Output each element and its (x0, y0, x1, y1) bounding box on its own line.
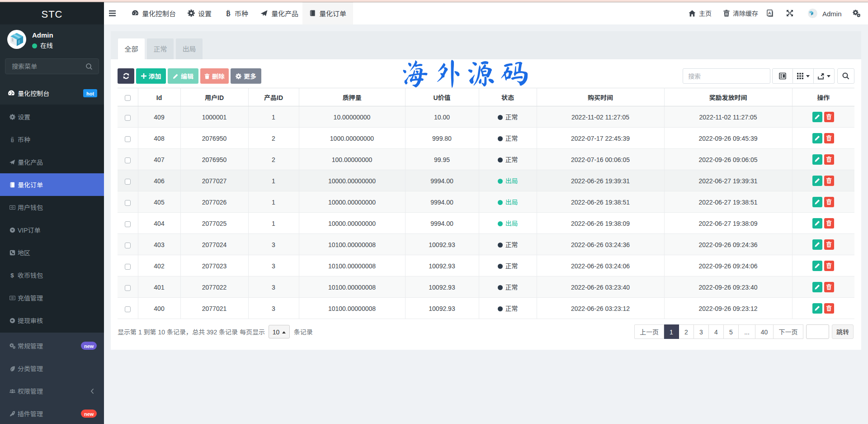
svg-text:A: A (768, 10, 771, 16)
svg-text:B: B (10, 137, 14, 143)
svg-text:$: $ (10, 272, 14, 278)
svg-text:B: B (226, 10, 231, 17)
